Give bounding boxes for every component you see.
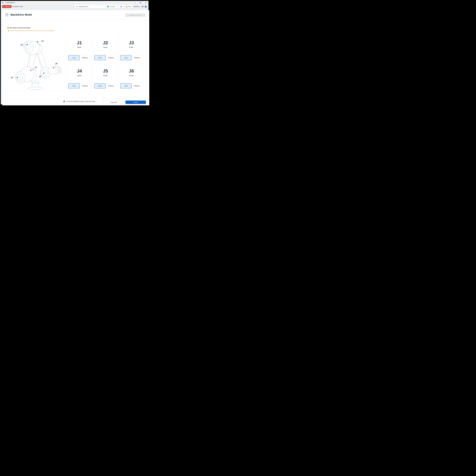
- robot-arm-icon: [76, 6, 78, 7]
- brake-toggle-j5: Hold Release: [94, 83, 117, 88]
- maximize-button[interactable]: [138, 1, 143, 4]
- page-header: Backdrive Mode Backdrive Servo On: [2, 10, 149, 20]
- diagram-label-j6: J6: [55, 62, 57, 65]
- joint-group-label: Brake: [77, 47, 82, 48]
- page-footer: To exit the backdrive mode, restart the …: [2, 98, 149, 105]
- brake-toggle-j6: Hold Release: [120, 83, 142, 88]
- open-file-button[interactable]: [119, 5, 124, 8]
- brake-toggle-j3: Hold Release: [120, 55, 142, 60]
- backdrive-servo-on-button[interactable]: Backdrive Servo On: [125, 13, 146, 17]
- instruction-text: Set the status of each joint brake.: [7, 27, 31, 29]
- page-title: Backdrive Mode: [11, 13, 32, 16]
- app-logo-icon: [2, 1, 4, 4]
- app-window: Dr.Dart-Platform Special Backdrive Hold: [1, 1, 149, 104]
- clock: PM 06:41: [134, 6, 140, 7]
- current-mode-label: Backdrive Hold: [13, 6, 23, 7]
- joint-group-label: Brake: [103, 47, 108, 48]
- special-label: Special: [5, 6, 10, 7]
- title-bar: Dr.Dart-Platform: [1, 1, 149, 4]
- chevron-down-icon: [116, 6, 117, 7]
- diagram-label-j4: J4: [41, 40, 44, 42]
- warning-text: When the joint brake is released, the jo…: [11, 30, 54, 32]
- release-button-j3[interactable]: Release: [132, 55, 142, 60]
- hold-button-j4[interactable]: Hold: [68, 83, 80, 88]
- brake-toggle-j2: Hold Release: [94, 55, 117, 60]
- hold-button-j1[interactable]: Hold: [68, 55, 80, 60]
- release-button-j5[interactable]: Release: [106, 83, 117, 88]
- toolbar: Special Backdrive Hold robot-param-01 aa…: [1, 4, 149, 9]
- warning-triangle-icon: [8, 30, 9, 32]
- joint-card-j1: J1 Brake Hold Release: [67, 35, 92, 62]
- restart-button[interactable]: Restart: [125, 101, 146, 104]
- main-panel: Backdrive Mode Backdrive Servo On Set th…: [2, 10, 149, 105]
- robot-arm-diagram: J3 J4 J1 J2 J5 J6: [7, 36, 65, 90]
- power-off-button[interactable]: Power Off: [103, 101, 124, 104]
- joint-group-label: Brake: [103, 75, 108, 77]
- joint-card-j6: J6 Brake Hold Release: [119, 64, 144, 91]
- footer-note: To exit the backdrive mode, restart the …: [66, 101, 96, 102]
- joint-id: J6: [129, 69, 134, 73]
- param-name: robot-param-01: [79, 6, 106, 7]
- tool-button[interactable]: Tool: [125, 5, 132, 8]
- tool-status-icon: [125, 5, 128, 8]
- joint-group-label: Brake: [129, 47, 134, 48]
- diagram-label-j3: J3: [20, 44, 22, 46]
- safety-user-icon[interactable]: [141, 5, 144, 8]
- close-button[interactable]: [143, 1, 149, 4]
- hold-button-j6[interactable]: Hold: [120, 83, 132, 88]
- joint-id: J4: [77, 69, 82, 73]
- robot-param-selector[interactable]: robot-param-01 aabaf86f: [75, 5, 118, 8]
- minimize-button[interactable]: [133, 1, 138, 4]
- hold-button-j3[interactable]: Hold: [120, 55, 132, 60]
- joint-id: J3: [129, 41, 134, 45]
- release-button-j1[interactable]: Release: [80, 55, 90, 60]
- hold-button-j5[interactable]: Hold: [94, 83, 106, 88]
- joint-id: J1: [77, 41, 82, 45]
- diagram-label-j5: J5: [39, 75, 41, 78]
- joint-id: J5: [103, 69, 108, 73]
- window-title: Dr.Dart-Platform: [5, 2, 15, 3]
- brake-toggle-j4: Hold Release: [68, 83, 90, 88]
- release-button-j4[interactable]: Release: [80, 83, 90, 88]
- backdrive-arm-icon: [3, 6, 5, 7]
- release-button-j6[interactable]: Release: [132, 83, 142, 88]
- tool-label: Tool: [128, 6, 131, 7]
- diagram-label-j1: J1: [35, 66, 37, 68]
- joint-group-label: Brake: [77, 75, 82, 77]
- info-icon: [63, 101, 65, 102]
- brake-toggle-j1: Hold Release: [68, 55, 90, 60]
- joint-card-j2: J2 Brake Hold Release: [93, 35, 118, 62]
- joint-card-j5: J5 Brake Hold Release: [93, 64, 118, 91]
- joint-group-label: Brake: [129, 75, 134, 77]
- platform-logo-icon: [145, 5, 147, 8]
- joint-card-j3: J3 Brake Hold Release: [119, 35, 144, 62]
- wrench-icon: [5, 13, 9, 17]
- hold-button-j2[interactable]: Hold: [94, 55, 106, 60]
- diagram-label-j2: J2: [11, 76, 13, 79]
- joint-card-j4: J4 Brake Hold Release: [67, 64, 92, 91]
- special-mode-badge[interactable]: Special: [2, 5, 12, 8]
- release-button-j2[interactable]: Release: [106, 55, 117, 60]
- param-hash: aabaf86f: [109, 6, 115, 7]
- robot-diagram-card: J3 J4 J1 J2 J5 J6: [7, 35, 65, 90]
- check-circle-icon: [107, 6, 109, 7]
- joint-id: J2: [103, 41, 108, 45]
